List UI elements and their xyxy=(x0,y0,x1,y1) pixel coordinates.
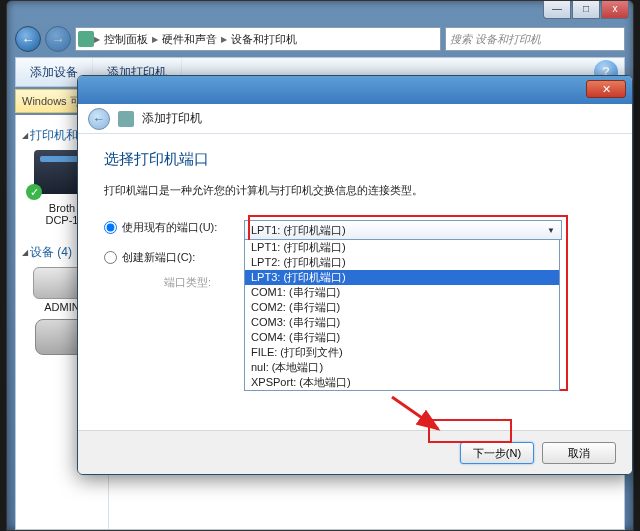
next-button[interactable]: 下一步(N) xyxy=(460,442,534,464)
breadcrumb-seg[interactable]: 控制面板 xyxy=(100,32,152,47)
radio-existing[interactable] xyxy=(104,221,117,234)
info-text: Windows 可 xyxy=(22,94,81,109)
radio-create[interactable] xyxy=(104,251,117,264)
combo-option[interactable]: COM1: (串行端口) xyxy=(245,285,559,300)
search-placeholder: 搜索 设备和打印机 xyxy=(450,32,541,47)
window-controls: — □ x xyxy=(542,1,629,19)
combo-option[interactable]: COM3: (串行端口) xyxy=(245,315,559,330)
cancel-button[interactable]: 取消 xyxy=(542,442,616,464)
combo-option[interactable]: COM2: (串行端口) xyxy=(245,300,559,315)
use-existing-port-radio[interactable]: 使用现有的端口(U): xyxy=(104,220,244,235)
breadcrumb-seg[interactable]: 设备和打印机 xyxy=(227,32,301,47)
close-button[interactable]: x xyxy=(601,1,629,19)
dialog-footer: 下一步(N) 取消 xyxy=(78,430,632,474)
port-combobox[interactable]: LPT1: (打印机端口) ▼ LPT1: (打印机端口)LPT2: (打印机端… xyxy=(244,220,562,240)
combo-selected-text: LPT1: (打印机端口) xyxy=(251,223,346,238)
default-check-icon: ✓ xyxy=(26,184,42,200)
control-panel-icon xyxy=(78,31,94,47)
option-row-existing: 使用现有的端口(U): LPT1: (打印机端口) ▼ LPT1: (打印机端口… xyxy=(104,220,606,240)
create-new-port-radio[interactable]: 创建新端口(C): xyxy=(104,250,244,265)
maximize-button[interactable]: □ xyxy=(572,1,600,19)
dialog-body: 选择打印机端口 打印机端口是一种允许您的计算机与打印机交换信息的连接类型。 使用… xyxy=(78,134,632,312)
caret-icon: ◢ xyxy=(22,131,28,140)
dialog-back-button[interactable]: ← xyxy=(88,108,110,130)
search-input[interactable]: 搜索 设备和打印机 xyxy=(445,27,625,51)
chevron-down-icon: ▼ xyxy=(547,226,555,235)
dialog-titlebar[interactable]: ✕ xyxy=(78,76,632,104)
radio-label: 使用现有的端口(U): xyxy=(122,220,217,235)
nav-row: ← → ▶ 控制面板 ▶ 硬件和声音 ▶ 设备和打印机 搜索 设备和打印机 xyxy=(15,25,625,53)
add-printer-dialog: ✕ ← 添加打印机 选择打印机端口 打印机端口是一种允许您的计算机与打印机交换信… xyxy=(77,75,633,475)
caret-icon: ◢ xyxy=(22,248,28,257)
dialog-close-button[interactable]: ✕ xyxy=(586,80,626,98)
combo-option[interactable]: FILE: (打印到文件) xyxy=(245,345,559,360)
combo-option[interactable]: LPT2: (打印机端口) xyxy=(245,255,559,270)
printer-icon xyxy=(118,111,134,127)
dialog-heading: 选择打印机端口 xyxy=(104,150,606,169)
dialog-description: 打印机端口是一种允许您的计算机与打印机交换信息的连接类型。 xyxy=(104,183,606,198)
dialog-header: ← 添加打印机 xyxy=(78,104,632,134)
combo-dropdown[interactable]: LPT1: (打印机端口)LPT2: (打印机端口)LPT3: (打印机端口)C… xyxy=(244,240,560,391)
combo-option[interactable]: XPSPort: (本地端口) xyxy=(245,375,559,390)
dialog-title-text: 添加打印机 xyxy=(142,110,202,127)
nav-forward-button[interactable]: → xyxy=(45,26,71,52)
section-label: 设备 (4) xyxy=(30,244,72,261)
combo-option[interactable]: LPT3: (打印机端口) xyxy=(245,270,559,285)
combo-option[interactable]: nul: (本地端口) xyxy=(245,360,559,375)
address-bar[interactable]: ▶ 控制面板 ▶ 硬件和声音 ▶ 设备和打印机 xyxy=(75,27,441,51)
nav-back-button[interactable]: ← xyxy=(15,26,41,52)
port-type-label: 端口类型: xyxy=(104,275,244,290)
breadcrumb-seg[interactable]: 硬件和声音 xyxy=(158,32,221,47)
combo-option[interactable]: LPT1: (打印机端口) xyxy=(245,240,559,255)
minimize-button[interactable]: — xyxy=(543,1,571,19)
combo-option[interactable]: COM4: (串行端口) xyxy=(245,330,559,345)
section-label: 打印机和 xyxy=(30,127,78,144)
radio-label: 创建新端口(C): xyxy=(122,250,195,265)
combo-selected[interactable]: LPT1: (打印机端口) ▼ xyxy=(244,220,562,240)
